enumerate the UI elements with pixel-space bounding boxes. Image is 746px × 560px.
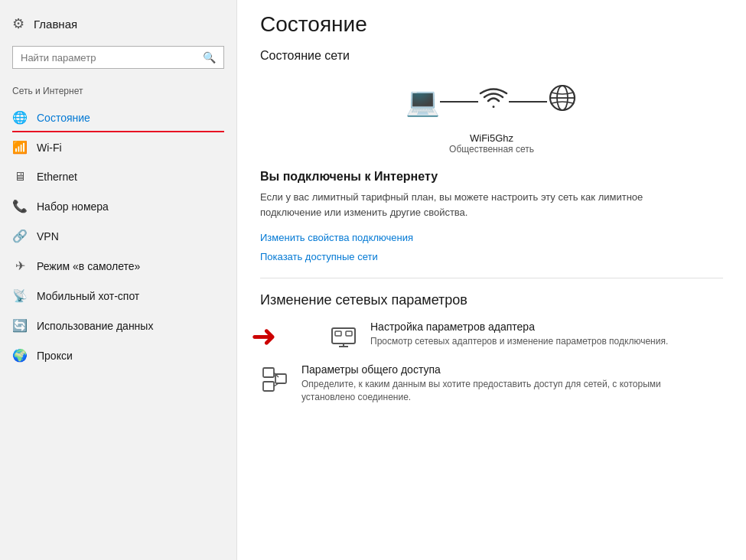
- home-icon: ⚙: [12, 15, 24, 32]
- network-name: WiFi5Ghz: [260, 132, 723, 144]
- line1: [440, 101, 478, 103]
- sharing-desc: Определите, к каким данным вы хотите пре…: [301, 378, 669, 404]
- sidebar-item-proxy[interactable]: 🌍 Прокси: [0, 340, 236, 370]
- datausage-icon: 🔄: [12, 318, 28, 333]
- settings-rows: ➜ Настройка параметров адаптера Просмотр…: [260, 321, 723, 404]
- status-icon: 🌐: [12, 110, 28, 125]
- adapter-desc: Просмотр сетевых адаптеров и изменение п…: [370, 335, 723, 348]
- sidebar-item-dialup[interactable]: 📞 Набор номера: [0, 191, 236, 221]
- sidebar-item-label-wifi: Wi-Fi: [37, 142, 62, 154]
- sidebar-item-status[interactable]: 🌐 Состояние: [0, 103, 236, 132]
- sidebar-item-hotspot[interactable]: 📡 Мобильный хот-спот: [0, 281, 236, 311]
- network-type: Общественная сеть: [260, 144, 723, 155]
- dialup-icon: 📞: [12, 199, 28, 213]
- page-title: Состояние: [260, 12, 723, 37]
- sidebar-home[interactable]: ⚙ Главная: [0, 8, 236, 43]
- sidebar-section-title: Сеть и Интернет: [0, 81, 236, 103]
- sidebar: ⚙ Главная 🔍 Сеть и Интернет 🌐 Состояние …: [0, 0, 237, 560]
- sidebar-item-vpn[interactable]: 🔗 VPN: [0, 221, 236, 251]
- sidebar-item-airplane[interactable]: ✈ Режим «в самолете»: [0, 251, 236, 281]
- nav-items: 🌐 Состояние 📶 Wi-Fi 🖥 Ethernet 📞 Набор н…: [0, 103, 236, 370]
- sidebar-item-label-status: Состояние: [37, 112, 90, 124]
- wifi-icon: 📶: [12, 140, 28, 155]
- proxy-icon: 🌍: [12, 348, 28, 363]
- search-input[interactable]: [21, 52, 203, 63]
- network-name-block: WiFi5Ghz Общественная сеть: [260, 132, 723, 155]
- svg-rect-4: [335, 331, 341, 336]
- change-settings-header: Изменение сетевых параметров: [260, 278, 723, 308]
- wifi-block: [478, 84, 509, 119]
- connected-title: Вы подключены к Интернету: [260, 170, 723, 184]
- svg-rect-10: [263, 382, 274, 391]
- sharing-icon: [260, 365, 289, 394]
- svg-rect-5: [346, 331, 352, 336]
- settings-row-adapter: ➜ Настройка параметров адаптера Просмотр…: [291, 321, 723, 351]
- sidebar-item-label-ethernet: Ethernet: [37, 171, 77, 183]
- laptop-icon: 💻: [406, 86, 440, 118]
- vpn-icon: 🔗: [12, 229, 28, 243]
- svg-rect-8: [263, 368, 274, 377]
- sharing-title: Параметры общего доступа: [301, 363, 723, 376]
- sidebar-item-ethernet[interactable]: 🖥 Ethernet: [0, 162, 236, 191]
- airplane-icon: ✈: [12, 259, 28, 273]
- sidebar-item-label-airplane: Режим «в самолете»: [37, 260, 140, 272]
- search-box: 🔍: [12, 46, 224, 69]
- ethernet-icon: 🖥: [12, 170, 28, 184]
- sidebar-item-label-hotspot: Мобильный хот-спот: [37, 290, 139, 302]
- sidebar-item-label-dialup: Набор номера: [37, 200, 109, 213]
- wifi-diagram-icon: [478, 84, 509, 119]
- sidebar-item-datausage[interactable]: 🔄 Использование данных: [0, 311, 236, 340]
- sidebar-item-label-proxy: Прокси: [37, 350, 73, 362]
- sidebar-item-wifi[interactable]: 📶 Wi-Fi: [0, 132, 236, 162]
- red-arrow: ➜: [251, 321, 277, 351]
- adapter-icon: [329, 322, 358, 351]
- settings-row-sharing: Параметры общего доступа Определите, к к…: [260, 363, 723, 404]
- main-content: Состояние Состояние сети 💻: [237, 0, 746, 560]
- connected-desc: Если у вас лимитный тарифный план, вы мо…: [260, 190, 681, 220]
- search-icon: 🔍: [203, 51, 216, 63]
- hotspot-icon: 📡: [12, 288, 28, 303]
- network-diagram: 💻: [260, 75, 723, 128]
- network-status-header: Состояние сети: [260, 49, 723, 63]
- sidebar-home-label: Главная: [34, 18, 77, 31]
- globe-icon: [547, 83, 578, 120]
- sidebar-item-label-datausage: Использование данных: [37, 320, 153, 332]
- sidebar-item-label-vpn: VPN: [37, 230, 59, 243]
- show-available-networks-link[interactable]: Показать доступные сети: [260, 251, 723, 262]
- change-properties-link[interactable]: Изменить свойства подключения: [260, 232, 723, 243]
- adapter-title: Настройка параметров адаптера: [370, 321, 723, 333]
- line2: [509, 101, 547, 103]
